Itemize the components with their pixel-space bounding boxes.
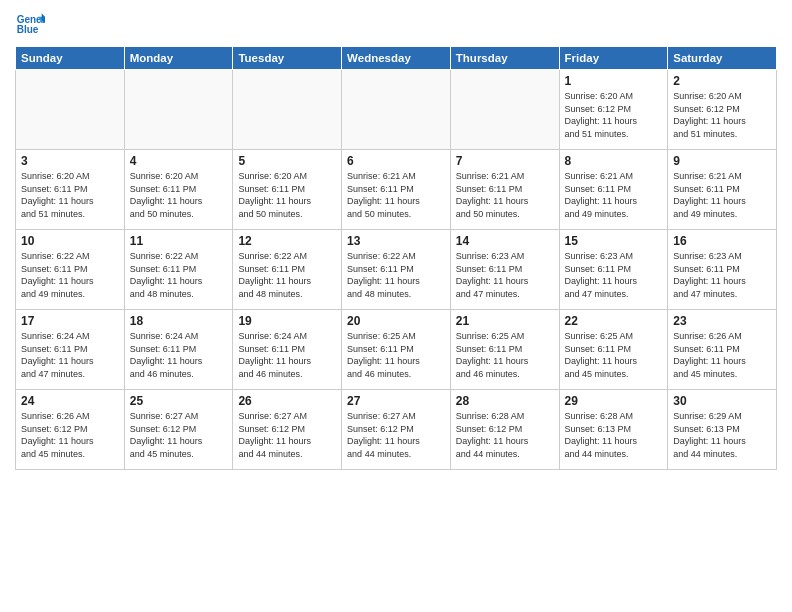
calendar-cell: 25Sunrise: 6:27 AM Sunset: 6:12 PM Dayli… — [124, 390, 233, 470]
day-info: Sunrise: 6:21 AM Sunset: 6:11 PM Dayligh… — [673, 170, 771, 220]
day-number: 23 — [673, 314, 771, 328]
header: General Blue — [15, 10, 777, 40]
day-info: Sunrise: 6:27 AM Sunset: 6:12 PM Dayligh… — [238, 410, 336, 460]
day-number: 28 — [456, 394, 554, 408]
day-number: 7 — [456, 154, 554, 168]
weekday-header-tuesday: Tuesday — [233, 47, 342, 70]
calendar-cell: 30Sunrise: 6:29 AM Sunset: 6:13 PM Dayli… — [668, 390, 777, 470]
day-info: Sunrise: 6:25 AM Sunset: 6:11 PM Dayligh… — [456, 330, 554, 380]
day-info: Sunrise: 6:22 AM Sunset: 6:11 PM Dayligh… — [21, 250, 119, 300]
week-row-3: 10Sunrise: 6:22 AM Sunset: 6:11 PM Dayli… — [16, 230, 777, 310]
day-info: Sunrise: 6:25 AM Sunset: 6:11 PM Dayligh… — [565, 330, 663, 380]
calendar-cell: 18Sunrise: 6:24 AM Sunset: 6:11 PM Dayli… — [124, 310, 233, 390]
weekday-header-row: SundayMondayTuesdayWednesdayThursdayFrid… — [16, 47, 777, 70]
day-info: Sunrise: 6:20 AM Sunset: 6:11 PM Dayligh… — [21, 170, 119, 220]
day-info: Sunrise: 6:24 AM Sunset: 6:11 PM Dayligh… — [130, 330, 228, 380]
calendar-cell: 6Sunrise: 6:21 AM Sunset: 6:11 PM Daylig… — [342, 150, 451, 230]
day-number: 5 — [238, 154, 336, 168]
calendar-cell: 19Sunrise: 6:24 AM Sunset: 6:11 PM Dayli… — [233, 310, 342, 390]
day-number: 2 — [673, 74, 771, 88]
calendar-cell: 22Sunrise: 6:25 AM Sunset: 6:11 PM Dayli… — [559, 310, 668, 390]
week-row-4: 17Sunrise: 6:24 AM Sunset: 6:11 PM Dayli… — [16, 310, 777, 390]
calendar-cell: 2Sunrise: 6:20 AM Sunset: 6:12 PM Daylig… — [668, 70, 777, 150]
day-number: 14 — [456, 234, 554, 248]
day-number: 17 — [21, 314, 119, 328]
day-info: Sunrise: 6:20 AM Sunset: 6:12 PM Dayligh… — [673, 90, 771, 140]
day-number: 8 — [565, 154, 663, 168]
day-info: Sunrise: 6:29 AM Sunset: 6:13 PM Dayligh… — [673, 410, 771, 460]
day-number: 6 — [347, 154, 445, 168]
calendar-cell: 1Sunrise: 6:20 AM Sunset: 6:12 PM Daylig… — [559, 70, 668, 150]
day-number: 19 — [238, 314, 336, 328]
day-info: Sunrise: 6:27 AM Sunset: 6:12 PM Dayligh… — [347, 410, 445, 460]
calendar-table: SundayMondayTuesdayWednesdayThursdayFrid… — [15, 46, 777, 470]
weekday-header-monday: Monday — [124, 47, 233, 70]
calendar-cell — [124, 70, 233, 150]
calendar-cell: 11Sunrise: 6:22 AM Sunset: 6:11 PM Dayli… — [124, 230, 233, 310]
calendar-cell: 20Sunrise: 6:25 AM Sunset: 6:11 PM Dayli… — [342, 310, 451, 390]
logo: General Blue — [15, 10, 45, 40]
day-number: 16 — [673, 234, 771, 248]
day-info: Sunrise: 6:22 AM Sunset: 6:11 PM Dayligh… — [130, 250, 228, 300]
day-number: 11 — [130, 234, 228, 248]
calendar-cell: 23Sunrise: 6:26 AM Sunset: 6:11 PM Dayli… — [668, 310, 777, 390]
week-row-2: 3Sunrise: 6:20 AM Sunset: 6:11 PM Daylig… — [16, 150, 777, 230]
day-info: Sunrise: 6:22 AM Sunset: 6:11 PM Dayligh… — [238, 250, 336, 300]
weekday-header-sunday: Sunday — [16, 47, 125, 70]
day-info: Sunrise: 6:22 AM Sunset: 6:11 PM Dayligh… — [347, 250, 445, 300]
day-info: Sunrise: 6:20 AM Sunset: 6:11 PM Dayligh… — [238, 170, 336, 220]
day-info: Sunrise: 6:25 AM Sunset: 6:11 PM Dayligh… — [347, 330, 445, 380]
day-info: Sunrise: 6:23 AM Sunset: 6:11 PM Dayligh… — [565, 250, 663, 300]
day-info: Sunrise: 6:26 AM Sunset: 6:11 PM Dayligh… — [673, 330, 771, 380]
calendar-cell — [450, 70, 559, 150]
day-number: 18 — [130, 314, 228, 328]
day-info: Sunrise: 6:20 AM Sunset: 6:11 PM Dayligh… — [130, 170, 228, 220]
weekday-header-wednesday: Wednesday — [342, 47, 451, 70]
day-number: 3 — [21, 154, 119, 168]
day-info: Sunrise: 6:28 AM Sunset: 6:12 PM Dayligh… — [456, 410, 554, 460]
calendar-cell: 16Sunrise: 6:23 AM Sunset: 6:11 PM Dayli… — [668, 230, 777, 310]
calendar-cell: 17Sunrise: 6:24 AM Sunset: 6:11 PM Dayli… — [16, 310, 125, 390]
day-info: Sunrise: 6:21 AM Sunset: 6:11 PM Dayligh… — [565, 170, 663, 220]
week-row-1: 1Sunrise: 6:20 AM Sunset: 6:12 PM Daylig… — [16, 70, 777, 150]
calendar-cell: 12Sunrise: 6:22 AM Sunset: 6:11 PM Dayli… — [233, 230, 342, 310]
calendar-cell: 5Sunrise: 6:20 AM Sunset: 6:11 PM Daylig… — [233, 150, 342, 230]
calendar-cell: 10Sunrise: 6:22 AM Sunset: 6:11 PM Dayli… — [16, 230, 125, 310]
day-number: 24 — [21, 394, 119, 408]
day-info: Sunrise: 6:27 AM Sunset: 6:12 PM Dayligh… — [130, 410, 228, 460]
day-number: 15 — [565, 234, 663, 248]
calendar-cell: 21Sunrise: 6:25 AM Sunset: 6:11 PM Dayli… — [450, 310, 559, 390]
calendar-cell: 27Sunrise: 6:27 AM Sunset: 6:12 PM Dayli… — [342, 390, 451, 470]
calendar-cell: 15Sunrise: 6:23 AM Sunset: 6:11 PM Dayli… — [559, 230, 668, 310]
calendar-cell: 13Sunrise: 6:22 AM Sunset: 6:11 PM Dayli… — [342, 230, 451, 310]
calendar-cell — [16, 70, 125, 150]
day-number: 21 — [456, 314, 554, 328]
day-number: 30 — [673, 394, 771, 408]
weekday-header-friday: Friday — [559, 47, 668, 70]
day-number: 12 — [238, 234, 336, 248]
day-info: Sunrise: 6:21 AM Sunset: 6:11 PM Dayligh… — [347, 170, 445, 220]
calendar-cell: 24Sunrise: 6:26 AM Sunset: 6:12 PM Dayli… — [16, 390, 125, 470]
day-number: 20 — [347, 314, 445, 328]
calendar-cell: 8Sunrise: 6:21 AM Sunset: 6:11 PM Daylig… — [559, 150, 668, 230]
logo-icon: General Blue — [15, 10, 45, 40]
calendar-cell: 29Sunrise: 6:28 AM Sunset: 6:13 PM Dayli… — [559, 390, 668, 470]
day-number: 4 — [130, 154, 228, 168]
day-info: Sunrise: 6:24 AM Sunset: 6:11 PM Dayligh… — [238, 330, 336, 380]
calendar-cell — [342, 70, 451, 150]
day-info: Sunrise: 6:23 AM Sunset: 6:11 PM Dayligh… — [673, 250, 771, 300]
day-info: Sunrise: 6:28 AM Sunset: 6:13 PM Dayligh… — [565, 410, 663, 460]
week-row-5: 24Sunrise: 6:26 AM Sunset: 6:12 PM Dayli… — [16, 390, 777, 470]
calendar-cell: 14Sunrise: 6:23 AM Sunset: 6:11 PM Dayli… — [450, 230, 559, 310]
calendar-cell: 4Sunrise: 6:20 AM Sunset: 6:11 PM Daylig… — [124, 150, 233, 230]
day-number: 27 — [347, 394, 445, 408]
day-info: Sunrise: 6:26 AM Sunset: 6:12 PM Dayligh… — [21, 410, 119, 460]
day-info: Sunrise: 6:24 AM Sunset: 6:11 PM Dayligh… — [21, 330, 119, 380]
day-number: 22 — [565, 314, 663, 328]
day-number: 1 — [565, 74, 663, 88]
day-number: 25 — [130, 394, 228, 408]
calendar-cell — [233, 70, 342, 150]
calendar-cell: 26Sunrise: 6:27 AM Sunset: 6:12 PM Dayli… — [233, 390, 342, 470]
weekday-header-thursday: Thursday — [450, 47, 559, 70]
day-number: 13 — [347, 234, 445, 248]
